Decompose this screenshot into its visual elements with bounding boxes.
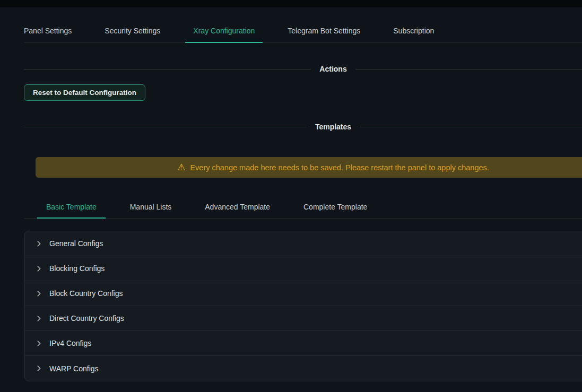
settings-tabs: Panel Settings Security Settings Xray Co… [24,20,582,43]
actions-divider: Actions [24,63,582,75]
chevron-right-icon [36,315,42,321]
divider-line [355,69,582,69]
tab-manual-lists[interactable]: Manual Lists [121,197,181,219]
config-collapse-list: General Configs Blocking Configs Block C… [24,231,582,381]
collapse-item-label: Blocking Configs [49,264,105,273]
tab-telegram-bot-settings[interactable]: Telegram Bot Settings [280,20,368,43]
actions-divider-label: Actions [311,65,355,73]
tab-panel-settings[interactable]: Panel Settings [16,20,80,43]
tab-advanced-template[interactable]: Advanced Template [196,197,279,219]
tab-subscription[interactable]: Subscription [385,20,442,43]
divider-line [24,69,311,69]
chevron-right-icon [36,265,42,272]
collapse-item-label: Direct Country Configs [49,314,124,323]
tab-xray-configuration[interactable]: Xray Configuration [185,20,263,43]
collapse-item-label: WARP Configs [49,364,99,373]
collapse-item-label: IPv4 Configs [49,339,91,347]
templates-divider-label: Templates [307,123,360,131]
chevron-right-icon [36,290,42,297]
collapse-item-label: Block Country Configs [49,289,123,298]
tab-basic-template[interactable]: Basic Template [37,197,106,219]
warning-alert-message: Every change made here needs to be saved… [190,163,489,172]
collapse-item-ipv4-configs[interactable]: IPv4 Configs [25,331,582,356]
warning-alert: ⚠ Every change made here needs to be sav… [36,157,582,178]
reset-default-config-button[interactable]: Reset to Default Configuration [24,84,145,101]
tab-complete-template[interactable]: Complete Template [294,197,376,219]
settings-page: Panel Settings Security Settings Xray Co… [0,20,582,381]
top-bar [0,0,582,7]
chevron-right-icon [36,340,42,346]
tab-security-settings[interactable]: Security Settings [97,20,168,43]
divider-line [360,127,582,127]
template-tabs: Basic Template Manual Lists Advanced Tem… [24,197,582,219]
collapse-item-warp-configs[interactable]: WARP Configs [25,356,582,381]
collapse-item-general-configs[interactable]: General Configs [25,231,582,256]
collapse-item-blocking-configs[interactable]: Blocking Configs [25,256,582,281]
chevron-right-icon [36,240,42,247]
divider-line [24,127,307,127]
collapse-item-block-country-configs[interactable]: Block Country Configs [25,281,582,306]
templates-divider: Templates [24,121,582,133]
warning-triangle-icon: ⚠ [177,163,185,172]
collapse-item-direct-country-configs[interactable]: Direct Country Configs [25,306,582,331]
collapse-item-label: General Configs [49,239,103,248]
chevron-right-icon [36,365,42,372]
